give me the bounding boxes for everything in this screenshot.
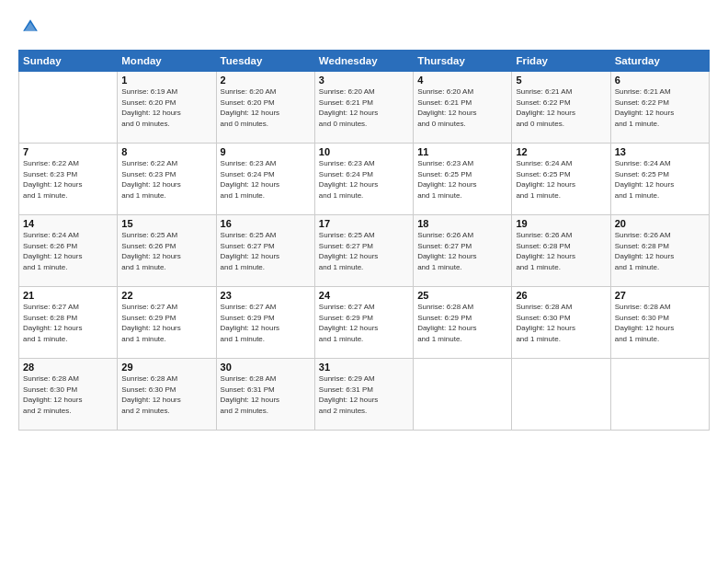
cell-4-3: 31Sunrise: 6:29 AM Sunset: 6:31 PM Dayli… (314, 359, 413, 431)
day-info: Sunrise: 6:28 AM Sunset: 6:31 PM Dayligh… (221, 373, 311, 416)
day-info: Sunrise: 6:27 AM Sunset: 6:29 PM Dayligh… (319, 302, 409, 344)
day-number: 15 (121, 218, 211, 229)
day-info: Sunrise: 6:21 AM Sunset: 6:22 PM Dayligh… (516, 86, 606, 129)
col-header-monday: Monday (118, 51, 216, 72)
day-info: Sunrise: 6:23 AM Sunset: 6:24 PM Dayligh… (319, 158, 409, 201)
cell-4-0: 28Sunrise: 6:28 AM Sunset: 6:30 PM Dayli… (19, 359, 118, 431)
day-number: 10 (319, 146, 409, 157)
day-info: Sunrise: 6:20 AM Sunset: 6:21 PM Dayligh… (319, 86, 409, 129)
day-info: Sunrise: 6:22 AM Sunset: 6:23 PM Dayligh… (23, 158, 113, 201)
week-row-4: 28Sunrise: 6:28 AM Sunset: 6:30 PM Dayli… (19, 359, 710, 431)
col-header-tuesday: Tuesday (216, 51, 314, 72)
cell-0-6: 6Sunrise: 6:21 AM Sunset: 6:22 PM Daylig… (610, 72, 709, 144)
week-row-0: 1Sunrise: 6:19 AM Sunset: 6:20 PM Daylig… (19, 72, 710, 144)
day-info: Sunrise: 6:27 AM Sunset: 6:28 PM Dayligh… (23, 302, 113, 344)
day-info: Sunrise: 6:29 AM Sunset: 6:31 PM Dayligh… (319, 373, 409, 416)
day-number: 4 (417, 75, 507, 86)
cell-0-2: 2Sunrise: 6:20 AM Sunset: 6:20 PM Daylig… (216, 72, 314, 144)
day-number: 11 (417, 146, 507, 157)
day-number: 6 (615, 75, 705, 86)
cell-3-1: 22Sunrise: 6:27 AM Sunset: 6:29 PM Dayli… (118, 287, 216, 359)
cell-1-1: 8Sunrise: 6:22 AM Sunset: 6:23 PM Daylig… (118, 144, 216, 215)
day-number: 20 (615, 218, 705, 229)
cell-2-3: 17Sunrise: 6:25 AM Sunset: 6:27 PM Dayli… (314, 215, 413, 287)
day-info: Sunrise: 6:28 AM Sunset: 6:29 PM Dayligh… (417, 302, 507, 344)
logo-icon (20, 17, 40, 37)
day-number: 2 (221, 75, 311, 86)
header (18, 17, 710, 40)
cell-0-3: 3Sunrise: 6:20 AM Sunset: 6:21 PM Daylig… (314, 72, 413, 144)
day-info: Sunrise: 6:26 AM Sunset: 6:28 PM Dayligh… (615, 230, 705, 272)
day-info: Sunrise: 6:27 AM Sunset: 6:29 PM Dayligh… (221, 302, 311, 344)
cell-3-3: 24Sunrise: 6:27 AM Sunset: 6:29 PM Dayli… (314, 287, 413, 359)
day-info: Sunrise: 6:25 AM Sunset: 6:26 PM Dayligh… (121, 230, 211, 272)
cell-4-6 (610, 359, 709, 431)
day-info: Sunrise: 6:19 AM Sunset: 6:20 PM Dayligh… (121, 86, 211, 129)
cell-4-1: 29Sunrise: 6:28 AM Sunset: 6:30 PM Dayli… (118, 359, 216, 431)
day-number: 16 (221, 218, 311, 229)
day-info: Sunrise: 6:24 AM Sunset: 6:26 PM Dayligh… (23, 230, 113, 272)
day-info: Sunrise: 6:23 AM Sunset: 6:25 PM Dayligh… (417, 158, 507, 201)
day-number: 9 (221, 146, 311, 157)
header-row: SundayMondayTuesdayWednesdayThursdayFrid… (19, 51, 710, 72)
day-number: 23 (221, 290, 311, 301)
day-number: 3 (319, 75, 409, 86)
day-number: 28 (23, 362, 113, 373)
day-info: Sunrise: 6:25 AM Sunset: 6:27 PM Dayligh… (319, 230, 409, 272)
day-info: Sunrise: 6:23 AM Sunset: 6:24 PM Dayligh… (221, 158, 311, 201)
cell-4-5 (512, 359, 610, 431)
week-row-3: 21Sunrise: 6:27 AM Sunset: 6:28 PM Dayli… (19, 287, 710, 359)
week-row-1: 7Sunrise: 6:22 AM Sunset: 6:23 PM Daylig… (19, 144, 710, 215)
col-header-saturday: Saturday (610, 51, 709, 72)
cell-2-1: 15Sunrise: 6:25 AM Sunset: 6:26 PM Dayli… (118, 215, 216, 287)
cell-0-0 (19, 72, 118, 144)
cell-2-5: 19Sunrise: 6:26 AM Sunset: 6:28 PM Dayli… (512, 215, 610, 287)
cell-4-4 (414, 359, 512, 431)
col-header-thursday: Thursday (414, 51, 512, 72)
cell-0-5: 5Sunrise: 6:21 AM Sunset: 6:22 PM Daylig… (512, 72, 610, 144)
page: SundayMondayTuesdayWednesdayThursdayFrid… (0, 0, 728, 563)
day-number: 13 (615, 146, 705, 157)
cell-3-0: 21Sunrise: 6:27 AM Sunset: 6:28 PM Dayli… (19, 287, 118, 359)
day-number: 24 (319, 290, 409, 301)
day-info: Sunrise: 6:28 AM Sunset: 6:30 PM Dayligh… (615, 302, 705, 344)
day-info: Sunrise: 6:27 AM Sunset: 6:29 PM Dayligh… (121, 302, 211, 344)
day-number: 22 (121, 290, 211, 301)
day-info: Sunrise: 6:26 AM Sunset: 6:28 PM Dayligh… (516, 230, 606, 272)
day-info: Sunrise: 6:20 AM Sunset: 6:20 PM Dayligh… (221, 86, 311, 129)
day-number: 31 (319, 362, 409, 373)
day-number: 17 (319, 218, 409, 229)
cell-4-2: 30Sunrise: 6:28 AM Sunset: 6:31 PM Dayli… (216, 359, 314, 431)
cell-3-4: 25Sunrise: 6:28 AM Sunset: 6:29 PM Dayli… (414, 287, 512, 359)
cell-1-4: 11Sunrise: 6:23 AM Sunset: 6:25 PM Dayli… (414, 144, 512, 215)
cell-0-4: 4Sunrise: 6:20 AM Sunset: 6:21 PM Daylig… (414, 72, 512, 144)
day-info: Sunrise: 6:25 AM Sunset: 6:27 PM Dayligh… (221, 230, 311, 272)
day-info: Sunrise: 6:21 AM Sunset: 6:22 PM Dayligh… (615, 86, 705, 129)
day-info: Sunrise: 6:24 AM Sunset: 6:25 PM Dayligh… (615, 158, 705, 201)
cell-2-4: 18Sunrise: 6:26 AM Sunset: 6:27 PM Dayli… (414, 215, 512, 287)
day-number: 18 (417, 218, 507, 229)
week-row-2: 14Sunrise: 6:24 AM Sunset: 6:26 PM Dayli… (19, 215, 710, 287)
day-number: 29 (121, 362, 211, 373)
day-number: 5 (516, 75, 606, 86)
logo (18, 17, 42, 40)
day-number: 8 (121, 146, 211, 157)
day-info: Sunrise: 6:24 AM Sunset: 6:25 PM Dayligh… (516, 158, 606, 201)
cell-1-0: 7Sunrise: 6:22 AM Sunset: 6:23 PM Daylig… (19, 144, 118, 215)
cell-1-5: 12Sunrise: 6:24 AM Sunset: 6:25 PM Dayli… (512, 144, 610, 215)
col-header-wednesday: Wednesday (314, 51, 413, 72)
cell-1-2: 9Sunrise: 6:23 AM Sunset: 6:24 PM Daylig… (216, 144, 314, 215)
day-number: 14 (23, 218, 113, 229)
day-info: Sunrise: 6:26 AM Sunset: 6:27 PM Dayligh… (417, 230, 507, 272)
cell-2-0: 14Sunrise: 6:24 AM Sunset: 6:26 PM Dayli… (19, 215, 118, 287)
day-info: Sunrise: 6:20 AM Sunset: 6:21 PM Dayligh… (417, 86, 507, 129)
day-number: 21 (23, 290, 113, 301)
day-number: 25 (417, 290, 507, 301)
day-number: 1 (121, 75, 211, 86)
day-info: Sunrise: 6:28 AM Sunset: 6:30 PM Dayligh… (121, 373, 211, 416)
cell-3-6: 27Sunrise: 6:28 AM Sunset: 6:30 PM Dayli… (610, 287, 709, 359)
cell-1-6: 13Sunrise: 6:24 AM Sunset: 6:25 PM Dayli… (610, 144, 709, 215)
cell-3-2: 23Sunrise: 6:27 AM Sunset: 6:29 PM Dayli… (216, 287, 314, 359)
day-number: 26 (516, 290, 606, 301)
day-info: Sunrise: 6:28 AM Sunset: 6:30 PM Dayligh… (23, 373, 113, 416)
